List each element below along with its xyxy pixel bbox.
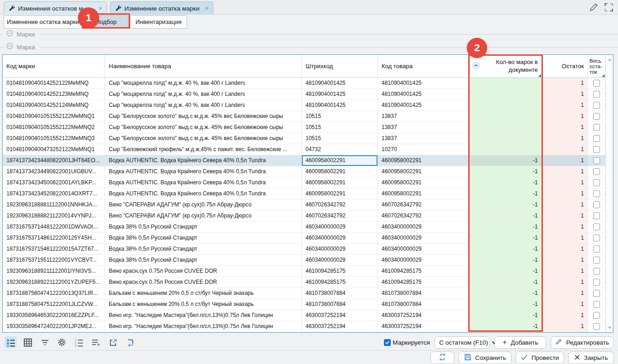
- cell-qty-in-doc[interactable]: -1: [470, 211, 542, 221]
- whole-balance-checkbox[interactable]: [593, 201, 600, 208]
- cell-product-name[interactable]: Сыр "моцарелла голд" м.д.ж. 40 %, вак 40…: [105, 89, 302, 100]
- close-button[interactable]: Закрыть: [568, 352, 614, 364]
- cell-barcode[interactable]: 4607026342792: [302, 211, 378, 221]
- cell-product-name[interactable]: Сыр "Белорусское золото" выд.с м.д.ж. 45…: [105, 111, 302, 122]
- table-row[interactable]: 187413734234500822001AYLBKP...Водка AUTH…: [3, 177, 613, 188]
- column-header-product-code[interactable]: Код товара: [378, 55, 470, 77]
- cell-barcode[interactable]: 4810738007884: [302, 299, 378, 310]
- cell-balance[interactable]: 1: [542, 155, 588, 166]
- cell-balance[interactable]: 1: [542, 122, 588, 133]
- cell-whole-balance[interactable]: [588, 133, 606, 144]
- cell-qty-in-doc[interactable]: -1: [470, 255, 542, 265]
- edit-button[interactable]: Редактировать: [551, 336, 614, 349]
- cell-product-name[interactable]: Водка AUTHENTIC. Водка Крайнего Севера 4…: [105, 155, 302, 166]
- cell-qty-in-doc[interactable]: [470, 78, 542, 88]
- column-header-barcode[interactable]: Штрихкод: [302, 55, 378, 77]
- cell-barcode[interactable]: 4610094285175: [302, 266, 378, 276]
- cell-balance[interactable]: 1: [542, 222, 588, 232]
- cell-product-code[interactable]: 10270: [378, 144, 470, 155]
- table-row[interactable]: 187318875804751222001JLCZVW...Бальзам с …: [3, 299, 613, 310]
- whole-balance-checkbox[interactable]: [593, 157, 600, 164]
- cell-balance[interactable]: 1: [542, 166, 588, 177]
- cell-product-name[interactable]: Водка AUTHENTIC. Водка Крайнего Севера 4…: [105, 177, 302, 188]
- column-header-product-name[interactable]: Наименование товара: [105, 55, 302, 77]
- open-external-icon[interactable]: [107, 336, 119, 348]
- cell-product-name[interactable]: Сыр "Беловежский трюфель" м.д.ж.45% с па…: [105, 144, 302, 155]
- cell-qty-in-doc[interactable]: -1: [470, 310, 542, 321]
- cell-product-code[interactable]: 4810904001425: [378, 89, 470, 100]
- whole-balance-checkbox[interactable]: [593, 290, 600, 297]
- whole-balance-checkbox[interactable]: [593, 223, 600, 230]
- cell-barcode[interactable]: 10515: [302, 133, 378, 144]
- cell-whole-balance[interactable]: [588, 100, 606, 111]
- cell-barcode[interactable]: 4600958002291: [302, 166, 378, 177]
- main-tab-izmeneniya-ostatkov[interactable]: Изменения остатков м ×: [4, 1, 107, 15]
- cell-mark-code[interactable]: 192309631889221122001YZUPEF5...: [3, 277, 105, 288]
- table-row[interactable]: 187316753714481222001DWVAOI...Водка 38% …: [3, 222, 613, 233]
- cell-product-code[interactable]: 4600958002291: [378, 188, 470, 199]
- whole-balance-checkbox[interactable]: [593, 279, 600, 286]
- cell-whole-balance[interactable]: [588, 266, 606, 276]
- numbered-list-icon[interactable]: 123: [73, 336, 85, 348]
- cell-qty-in-doc[interactable]: [470, 133, 542, 144]
- whole-balance-checkbox[interactable]: [593, 168, 600, 175]
- reload-icon[interactable]: [124, 336, 136, 348]
- cell-product-name[interactable]: Бальзам с женьшенем 20% 0,5 л ст/бут Чер…: [105, 288, 302, 299]
- cell-product-code[interactable]: 4607026342792: [378, 200, 470, 210]
- cell-product-name[interactable]: Сыр "моцарелла голд" м.д.ж. 40 %, вак 40…: [105, 100, 302, 111]
- cell-barcode[interactable]: 4607026342792: [302, 200, 378, 210]
- table-row[interactable]: 010481090401051552122MeMNQ1Сыр "Белорусс…: [3, 111, 613, 122]
- cell-mark-code[interactable]: 1873167537154612220015A7ZT67...: [3, 244, 105, 254]
- cell-product-name[interactable]: Вино красн,сух 0.75л Россия CUVEE DOR: [105, 277, 302, 288]
- table-row[interactable]: 192309631889221122001YZUPEF5...Вино крас…: [3, 277, 613, 288]
- cell-product-code[interactable]: 4603400000029: [378, 244, 470, 254]
- cell-mark-code[interactable]: 192309631889211122001IYNI3VS...: [3, 266, 105, 276]
- fullscreen-icon[interactable]: [604, 3, 613, 14]
- scroll-down-arrow-icon[interactable]: [606, 324, 613, 331]
- collapse-icon[interactable]: [6, 43, 13, 51]
- cell-barcode[interactable]: 4603400000029: [302, 244, 378, 254]
- whole-balance-checkbox[interactable]: [593, 124, 600, 131]
- cell-whole-balance[interactable]: [588, 177, 606, 188]
- table-row[interactable]: 187316753715511222001VYCBVT...Водка 38% …: [3, 255, 613, 266]
- cell-barcode[interactable]: 4810904001425: [302, 100, 378, 111]
- cell-mark-code[interactable]: 01048109040014252124MeMNQ: [3, 100, 105, 111]
- cell-mark-code[interactable]: 193303589647240222001JP2MEJ...: [3, 321, 105, 332]
- cell-product-code[interactable]: 4607026342792: [378, 211, 470, 221]
- cell-whole-balance[interactable]: [588, 211, 606, 221]
- table-row[interactable]: 1933035896465302220016EZZPLF...Вино игр.…: [3, 310, 613, 321]
- cell-barcode[interactable]: 4600958002291: [302, 155, 378, 166]
- column-header-qty-in-doc[interactable]: Кол-во марок в документе: [470, 55, 542, 77]
- column-header-whole-balance[interactable]: Весь оста-ток: [588, 55, 606, 77]
- cell-barcode[interactable]: 04732: [302, 144, 378, 155]
- cell-barcode[interactable]: 10515: [302, 111, 378, 122]
- cell-product-name[interactable]: Водка AUTHENTIC. Водка Крайнего Севера 4…: [105, 188, 302, 199]
- cell-whole-balance[interactable]: [588, 89, 606, 100]
- cell-product-code[interactable]: 4810738007884: [378, 299, 470, 310]
- cell-barcode[interactable]: 10515: [302, 122, 378, 133]
- cell-whole-balance[interactable]: [588, 310, 606, 321]
- cell-product-name[interactable]: Водка 38% 0,5л Русский Стандарт: [105, 244, 302, 254]
- whole-balance-checkbox[interactable]: [593, 135, 600, 142]
- cell-whole-balance[interactable]: [588, 166, 606, 177]
- table-row[interactable]: 192309631889211122001IYNI3VS...Вино крас…: [3, 266, 613, 277]
- cell-mark-code[interactable]: 192309631888811122001NNHKJA...: [3, 200, 105, 210]
- grid-view-icon[interactable]: [22, 336, 34, 348]
- cell-balance[interactable]: 1: [542, 100, 588, 111]
- cell-mark-code[interactable]: 1873188758047412220013Q37LIR...: [3, 288, 105, 299]
- cell-balance[interactable]: 1: [542, 133, 588, 144]
- whole-balance-checkbox[interactable]: [593, 246, 600, 252]
- cell-barcode[interactable]: 4810904001425: [302, 78, 378, 88]
- subtab-izmenenie-ostatka-marki[interactable]: Изменение остатка марки: [4, 15, 82, 29]
- cell-whole-balance[interactable]: [588, 222, 606, 232]
- cell-product-code[interactable]: 4600958002291: [378, 155, 470, 166]
- cell-barcode[interactable]: 4810738007884: [302, 288, 378, 299]
- cell-whole-balance[interactable]: [588, 255, 606, 265]
- post-button[interactable]: Провести: [516, 352, 564, 364]
- cell-mark-code[interactable]: 01048109040014252122MeMNQ: [3, 78, 105, 88]
- cell-whole-balance[interactable]: [588, 244, 606, 254]
- cell-qty-in-doc[interactable]: [470, 89, 542, 100]
- cell-mark-code[interactable]: 010481090401051552122MeMNQ1: [3, 111, 105, 122]
- table-row[interactable]: 192309631888811122001NNHKJA...Вино "САПЕ…: [3, 200, 613, 211]
- cell-product-name[interactable]: Вино игр. "Наследие Мастера"(бел.п/сл,13…: [105, 321, 302, 332]
